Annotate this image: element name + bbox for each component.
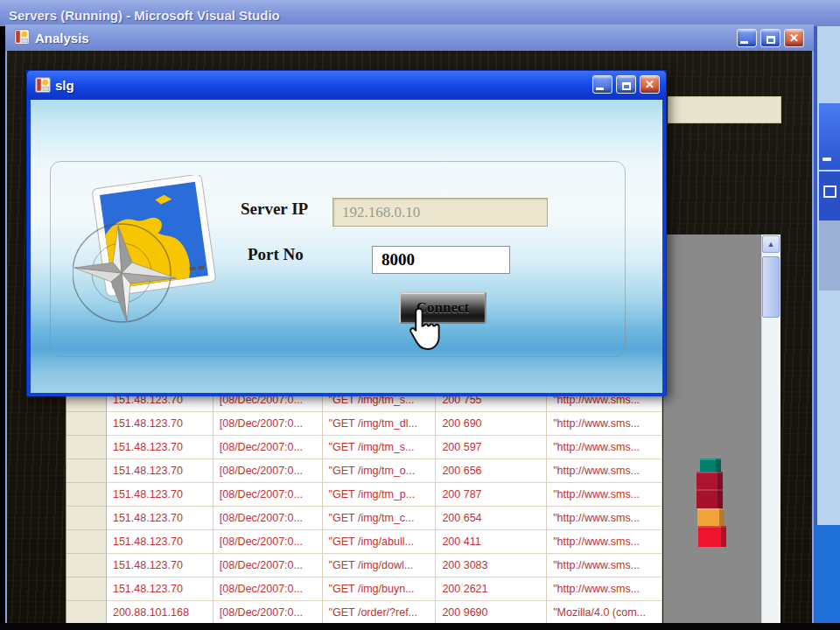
row-selector[interactable]: [66, 436, 107, 459]
table-cell: "http://www.sms...: [547, 554, 662, 578]
table-cell: [08/Dec/2007:0...: [214, 578, 323, 601]
table-row[interactable]: 151.48.123.70[08/Dec/2007:0..."GET /img/…: [66, 530, 662, 554]
table-cell: 200 787: [436, 483, 547, 507]
server-ip-input[interactable]: [332, 198, 548, 227]
row-selector[interactable]: [66, 483, 107, 507]
analysis-app-icon: [14, 29, 30, 45]
table-row[interactable]: 151.48.123.70[08/Dec/2007:0..."GET /img/…: [66, 554, 662, 578]
row-selector[interactable]: [66, 601, 107, 625]
vs-edge-fragment-blue2: [819, 172, 840, 220]
vs-window-title: Servers (Running) - Microsoft Visual Stu…: [9, 8, 280, 23]
table-cell: 200 9690: [436, 601, 547, 625]
scrollbar-thumb[interactable]: [762, 256, 780, 318]
table-cell: 200 597: [436, 436, 547, 459]
table-cell: "http://www.sms...: [547, 459, 662, 483]
table-cell: "GET /img/tm_o...: [323, 459, 437, 483]
vs-edge-fragment-bottom: [816, 525, 840, 623]
close-button[interactable]: ✕: [784, 29, 804, 47]
chart-panel: [663, 234, 763, 625]
table-cell: [08/Dec/2007:0...: [214, 530, 323, 554]
table-cell: 151.48.123.70: [107, 554, 214, 578]
vs-background-titlebar: Servers (Running) - Microsoft Visual Stu…: [0, 0, 840, 26]
table-cell: "GET /img/tm_dl...: [323, 412, 437, 436]
table-row[interactable]: 151.48.123.70[08/Dec/2007:0..."GET /img/…: [66, 436, 662, 459]
table-cell: 151.48.123.70: [107, 578, 214, 601]
table-cell: 200 2621: [436, 578, 547, 601]
table-cell: "Mozilla/4.0 (com...: [547, 601, 662, 625]
table-cell: "GET /img/buyn...: [323, 578, 437, 601]
table-cell: [08/Dec/2007:0...: [214, 483, 323, 507]
table-row[interactable]: 200.88.101.168[08/Dec/2007:0..."GET /ord…: [66, 601, 662, 625]
analysis-window-controls: ✕: [737, 29, 804, 47]
vs-edge-fragment-blue: [819, 103, 840, 170]
scroll-up-icon: ▲: [767, 240, 775, 248]
map-compass-image: [73, 175, 221, 328]
maximize-icon: [622, 82, 631, 90]
port-no-input[interactable]: [372, 246, 510, 274]
table-cell: "http://www.sms...: [547, 530, 662, 554]
table-cell: 200 690: [436, 412, 547, 436]
table-cell: "GET /img/tm_c...: [323, 507, 437, 530]
table-cell: 151.48.123.70: [107, 436, 214, 459]
table-cell: "http://www.sms...: [547, 578, 662, 601]
table-cell: "http://www.sms...: [547, 412, 662, 436]
background-input-strip: [668, 96, 781, 123]
row-selector[interactable]: [66, 554, 107, 578]
connect-button[interactable]: Connect: [399, 291, 486, 324]
minimize-icon: [822, 158, 831, 161]
maximize-icon: [766, 36, 775, 44]
close-icon: ✕: [645, 79, 654, 90]
status-block: [700, 458, 721, 472]
table-cell: "GET /order/?ref...: [323, 601, 437, 625]
table-cell: "http://www.sms...: [547, 436, 662, 459]
table-row[interactable]: 151.48.123.70[08/Dec/2007:0..."GET /img/…: [66, 412, 662, 436]
minimize-button[interactable]: [737, 29, 757, 47]
status-block: [696, 472, 723, 489]
server-ip-label: Server IP: [241, 200, 308, 219]
dialog-maximize-button[interactable]: [616, 75, 636, 94]
slg-dialog-controls: ✕: [592, 75, 660, 94]
table-cell: "http://www.sms...: [547, 483, 662, 507]
table-cell: 200.88.101.168: [107, 601, 214, 625]
table-cell: "http://www.sms...: [547, 507, 662, 530]
analysis-titlebar[interactable]: [5, 24, 814, 51]
table-row[interactable]: 151.48.123.70[08/Dec/2007:0..."GET /img/…: [66, 507, 662, 530]
table-cell: 151.48.123.70: [107, 459, 214, 483]
table-cell: [08/Dec/2007:0...: [214, 436, 323, 459]
vs-edge-fragment-light: [819, 220, 840, 290]
row-selector[interactable]: [66, 530, 107, 554]
slg-dialog-icon: [35, 77, 51, 93]
table-cell: [08/Dec/2007:0...: [214, 507, 323, 530]
table-row[interactable]: 151.48.123.70[08/Dec/2007:0..."GET /img/…: [66, 459, 662, 483]
status-block: [696, 489, 723, 508]
table-cell: 200 654: [436, 507, 547, 530]
table-cell: "GET /img/tm_p...: [323, 483, 437, 507]
table-cell: "GET /img/abull...: [323, 530, 437, 554]
table-cell: [08/Dec/2007:0...: [214, 601, 323, 625]
table-cell: 151.48.123.70: [107, 412, 214, 436]
slg-dialog-titlebar[interactable]: [27, 71, 666, 100]
screen-bottom-bar: [0, 623, 840, 630]
minimize-icon: [740, 41, 748, 44]
slg-dialog-body: Server IP Port No Connect: [27, 100, 666, 396]
minimize-icon: [596, 88, 604, 90]
table-cell: 151.48.123.70: [107, 507, 214, 530]
table-cell: [08/Dec/2007:0...: [214, 554, 323, 578]
dialog-minimize-button[interactable]: [592, 75, 612, 94]
maximize-button[interactable]: [760, 29, 780, 47]
table-cell: "GET /img/dowl...: [323, 554, 437, 578]
dialog-close-button[interactable]: ✕: [640, 75, 660, 94]
slg-dialog-title: slg: [55, 78, 74, 93]
scroll-up-button[interactable]: ▲: [762, 235, 780, 253]
table-row[interactable]: 151.48.123.70[08/Dec/2007:0..."GET /img/…: [66, 483, 662, 507]
status-block: [698, 526, 726, 547]
row-selector[interactable]: [66, 578, 107, 601]
status-block: [697, 508, 724, 526]
table-row[interactable]: 151.48.123.70[08/Dec/2007:0..."GET /img/…: [66, 578, 662, 601]
table-cell: 151.48.123.70: [107, 530, 214, 554]
table-cell: 200 656: [436, 459, 547, 483]
row-selector[interactable]: [66, 412, 107, 436]
table-cell: 200 411: [436, 530, 547, 554]
row-selector[interactable]: [66, 507, 107, 530]
row-selector[interactable]: [66, 459, 107, 483]
